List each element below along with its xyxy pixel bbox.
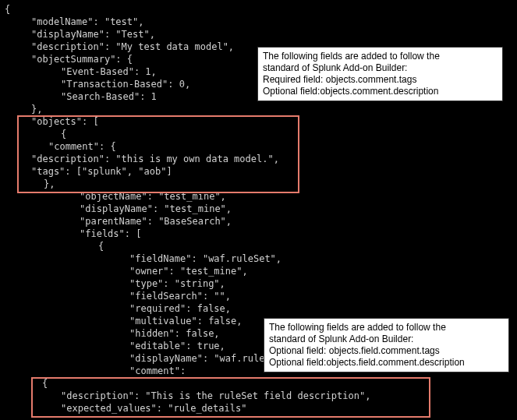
code-line: "displayName": "Test", [5, 29, 155, 40]
code-line: { [5, 4, 10, 15]
callout-objects-comment: The following fields are added to follow… [257, 47, 503, 101]
code-line: "expected_values": "rule_details" [5, 403, 246, 414]
code-line: { [5, 378, 48, 389]
code-line: { [5, 129, 66, 139]
code-line: { [5, 241, 104, 252]
code-line: "fieldName": "waf.ruleSet", [5, 253, 282, 264]
code-line: }, [5, 104, 42, 115]
code-line: "Transaction-Based": 0, [5, 79, 190, 90]
code-line: "multivalue": false, [5, 316, 243, 326]
code-line: "hidden": false, [5, 328, 220, 339]
code-line: }, [5, 178, 55, 189]
code-line: "comment": [5, 365, 186, 376]
code-line: "objectName": "test_mine", [5, 191, 226, 202]
callout-line: Optional field: objects.field.comment.ta… [269, 345, 504, 357]
code-line: "tags": ["splunk", "aob"] [5, 166, 172, 177]
callout-line: Required field: objects.comment.tags [263, 74, 498, 86]
callout-field-comment: The following fields are added to follow… [264, 318, 509, 372]
code-line: "type": "string", [5, 278, 225, 289]
code-line: "editable": true, [5, 341, 225, 351]
code-line: "modelName": "test", [5, 16, 144, 27]
code-line: "fields": [ [5, 228, 141, 239]
code-line: "Event-Based": 1, [5, 66, 157, 77]
code-line: "fieldSearch": "", [5, 291, 231, 302]
code-line: "parentName": "BaseSearch", [5, 216, 232, 227]
code-line: "description": "this is my own data mode… [5, 154, 279, 164]
code-line: "displayName": "test_mine", [5, 203, 232, 214]
code-line: "objectSummary": { [5, 54, 133, 65]
code-line: "required": false, [5, 303, 231, 314]
callout-line: The following fields are added to follow… [263, 51, 498, 62]
code-line: "comment": { [5, 141, 116, 152]
code-line: "description": "My test data model", [5, 41, 234, 52]
code-line: "owner": "test_mine", [5, 266, 248, 277]
callout-line: Optional field:objects.comment.descripti… [263, 86, 498, 97]
callout-line: standard of Splunk Add-on Builder: [263, 62, 498, 74]
callout-line: The following fields are added to follow… [269, 322, 504, 334]
code-line: "description": "This is the ruleSet fiel… [5, 390, 370, 401]
code-line: "displayName": "waf.ruleSet", [5, 353, 293, 364]
code-line: "Search-Based": 1 [5, 91, 157, 102]
code-line: "objects": [ [5, 116, 99, 127]
callout-line: Optional field:objects.field.comment.des… [269, 357, 504, 369]
callout-line: standard of Splunk Add-on Builder: [269, 334, 504, 345]
